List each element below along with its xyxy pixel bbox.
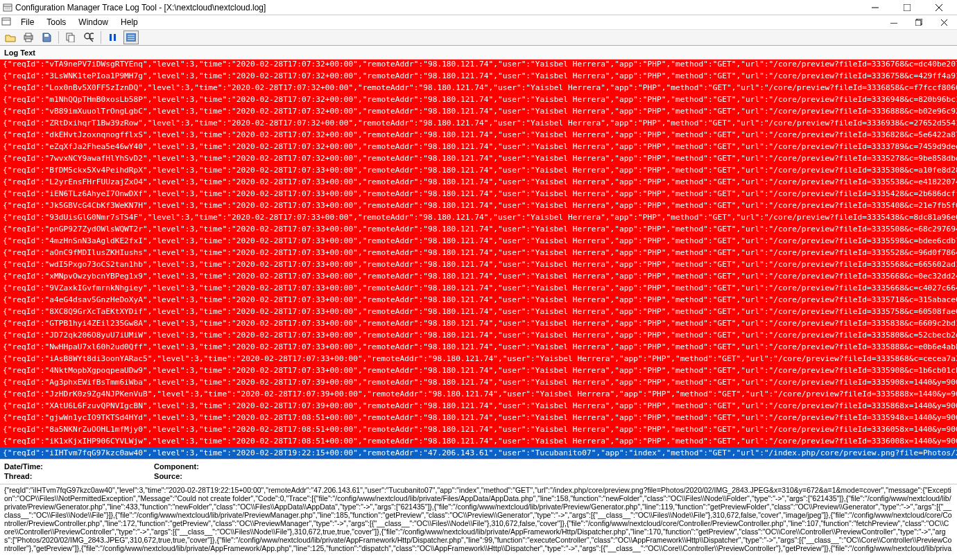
menu-window[interactable]: Window (73, 16, 114, 28)
log-row[interactable]: {"reqId":"8a5NKNrZuOOHL1mfMjy0","level":… (0, 423, 957, 435)
log-row[interactable]: {"reqId":"a4eG4dsav5GnzHeDoXyA","level":… (0, 294, 957, 306)
column-log-text: Log Text (4, 49, 35, 57)
copy-icon[interactable] (63, 30, 78, 44)
log-row[interactable]: {"reqId":"wdI5Pxgo73oCS2tan1hb","level":… (0, 259, 957, 270)
open-icon[interactable] (3, 30, 18, 44)
log-row[interactable]: {"reqId":"dkEHvtJzoxnqnogfflxS","level":… (0, 129, 957, 141)
svg-rect-15 (26, 33, 31, 36)
log-row[interactable]: {"reqId":"8XC8Q9GrXcTaEKtXYDif","level":… (0, 306, 957, 317)
log-row[interactable]: {"reqId":"Ag3phxEWifBsTmm6iWba","level":… (0, 376, 957, 388)
find-icon[interactable] (81, 30, 96, 44)
log-row[interactable]: {"reqId":"xMNpvOwzybcnYBPeg1x9","level":… (0, 270, 957, 282)
titlebar: Configuration Manager Trace Log Tool - [… (0, 0, 957, 15)
column-header[interactable]: Log Text (0, 46, 957, 60)
log-row[interactable]: {"reqId":"Lox0nBv5X0FF5zIznDQ","level":3… (0, 82, 957, 94)
detail-header: Date/Time: Thread: Component: Source: (0, 459, 957, 484)
list-view-icon[interactable] (123, 30, 139, 44)
save-icon[interactable] (39, 30, 54, 44)
thread-label: Thread: (4, 472, 32, 480)
log-row[interactable]: {"reqId":"m1NhQQpTHmB0xosLb58P","level":… (0, 94, 957, 105)
window-buttons (865, 1, 954, 15)
log-row[interactable]: {"reqId":"JzHDrK0z9Zg4NJPKenVuB","level"… (0, 388, 957, 400)
svg-rect-5 (904, 4, 911, 11)
log-row[interactable]: {"reqId":"vB89imXuuolTrOngLgbC","level":… (0, 105, 957, 117)
mdi-window-buttons: — (888, 15, 956, 29)
log-row[interactable]: {"reqId":"gjwWn1ycIO9TKTSd4HYd","level":… (0, 412, 957, 423)
detail-text[interactable]: {"reqId":"iIHTvm7fqG97kzc0aw40","level":… (0, 484, 957, 553)
log-row[interactable]: {"reqId":"XAtU6L6FzuvQPNVIgcBN","level":… (0, 400, 957, 412)
log-row[interactable]: {"reqId":"iEN6TLz6AhyeI7OnwDXf","level":… (0, 188, 957, 200)
svg-rect-23 (110, 34, 112, 41)
svg-rect-17 (44, 34, 49, 37)
component-label: Component: (154, 462, 199, 471)
print-icon[interactable] (21, 30, 36, 44)
log-row[interactable]: {"reqId":"Jk5GBVcG4CbKf3WeKN7H","level":… (0, 200, 957, 211)
log-row[interactable]: {"reqId":"NwHHpaU7xl60h2ud0Qff","level":… (0, 341, 957, 353)
log-row[interactable]: {"reqId":"BfDM5ckx5Xv4PeihdRpX","level":… (0, 164, 957, 176)
window-title: Configuration Manager Trace Log Tool - [… (15, 3, 865, 12)
log-row[interactable]: {"reqId":"aOnC9fMDIlusZKHIushs","level":… (0, 247, 957, 259)
log-row[interactable]: {"reqId":"GTPB1hyi4ZEil235Gw8A","level":… (0, 317, 957, 329)
mdi-restore-button[interactable] (913, 15, 925, 29)
menubar: File Tools Window Help — (0, 15, 957, 29)
mdi-minimize-button[interactable]: — (888, 15, 900, 29)
log-row[interactable]: {"reqId":"4NktMopbXgpoqpeaUDw9","level":… (0, 365, 957, 376)
menu-tools[interactable]: Tools (41, 16, 71, 28)
log-row[interactable]: {"reqId":"iIHTvm7fqG97kzc0aw40","level":… (0, 447, 957, 459)
log-row[interactable]: {"reqId":"JD72qk206O8yuU7iUMiW","level":… (0, 329, 957, 341)
source-label: Source: (154, 472, 182, 480)
log-row[interactable]: {"reqId":"3LsWNK1tePIoa1P9MH7g","level":… (0, 70, 957, 82)
log-row[interactable]: {"reqId":"9VZaxkIGvfmrnkNhgiey","level":… (0, 282, 957, 294)
svg-rect-19 (69, 35, 74, 42)
svg-rect-24 (114, 34, 116, 41)
mdi-close-button[interactable] (938, 15, 950, 29)
log-row[interactable]: {"reqId":"4mzHnSnN3aAgldKE2fxI","level":… (0, 235, 957, 247)
pause-icon[interactable] (105, 30, 121, 44)
app-icon (3, 3, 12, 12)
log-row[interactable]: {"reqId":"iAsB8WYt8di3oonYARac5","level"… (0, 353, 957, 365)
log-row[interactable]: {"reqId":"93dUisGlG0Nmr7sTS4F","level":3… (0, 211, 957, 223)
log-row[interactable]: {"reqId":"7wvxNCY9awafHlYhSvD2","level":… (0, 152, 957, 164)
minimize-button[interactable] (865, 1, 885, 15)
svg-rect-8 (2, 18, 10, 25)
log-row[interactable]: {"reqId":"vTA9nePV7iDWsgRTYEnq","level":… (0, 60, 957, 70)
menu-file[interactable]: File (15, 16, 40, 28)
datetime-label: Date/Time: (4, 462, 43, 471)
svg-rect-16 (26, 39, 31, 42)
document-icon[interactable] (1, 17, 12, 28)
log-row[interactable]: {"reqId":"iK1xKjxIHP906CYVLWjw","level":… (0, 435, 957, 447)
close-button[interactable] (929, 1, 949, 15)
log-list[interactable]: {"reqId":"axUoW6Qg31OwPl4mw4wf9","level"… (0, 60, 957, 459)
log-row[interactable]: {"reqId":"ZRtDxihqrT1Bw39zRow","level":3… (0, 117, 957, 129)
svg-rect-11 (915, 20, 921, 26)
log-row[interactable]: {"reqId":"eZqXfJa2Fhea5e46wY40","level":… (0, 141, 957, 152)
maximize-button[interactable] (897, 1, 917, 15)
log-row[interactable]: {"reqId":"pnGP927ZydOWlsWQWT2r","level":… (0, 223, 957, 235)
log-row[interactable]: {"reqId":"L2yrEnsFHrFUUzajZxO4","level":… (0, 176, 957, 188)
menu-help[interactable]: Help (115, 16, 144, 28)
toolbar (0, 29, 957, 46)
